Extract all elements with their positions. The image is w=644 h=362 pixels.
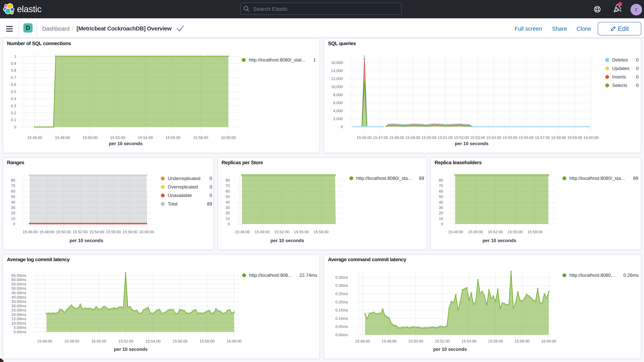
svg-text:15:58:00: 15:58:00	[200, 339, 214, 343]
svg-text:60.00ms: 60.00ms	[12, 278, 26, 282]
svg-text:0.30ms: 0.30ms	[335, 283, 348, 288]
svg-text:0.4: 0.4	[11, 96, 16, 101]
svg-text:15:56:00: 15:56:00	[166, 136, 180, 140]
svg-text:1: 1	[14, 54, 16, 58]
svg-text:per 10 seconds: per 10 seconds	[455, 141, 488, 146]
svg-text:80: 80	[226, 178, 230, 182]
svg-text:Unavailable: Unavailable	[168, 193, 192, 198]
svg-text:15:58:00: 15:58:00	[314, 230, 328, 234]
svg-text:15:59:00: 15:59:00	[567, 136, 582, 140]
svg-text:22.74ms: 22.74ms	[300, 272, 317, 278]
svg-text:Total: Total	[168, 201, 178, 206]
svg-text:40: 40	[226, 200, 230, 204]
svg-text:15:49:00: 15:49:00	[468, 230, 483, 234]
svg-text:30.00ms: 30.00ms	[12, 304, 26, 308]
svg-text:16:00:00: 16:00:00	[226, 339, 242, 343]
svg-text:15:58:00: 15:58:00	[528, 230, 542, 234]
svg-text:15:52:00: 15:52:00	[435, 339, 450, 343]
svg-text:0: 0	[636, 83, 638, 88]
svg-text:1: 1	[313, 57, 316, 62]
svg-text:0: 0	[441, 222, 443, 226]
svg-text:80: 80	[11, 178, 15, 182]
svg-text:15:47:00: 15:47:00	[373, 136, 388, 140]
svg-text:89: 89	[633, 176, 638, 181]
svg-text:6,000: 6,000	[333, 100, 343, 105]
svg-text:20.00ms: 20.00ms	[12, 312, 26, 317]
svg-text:15:57:00: 15:57:00	[535, 136, 550, 140]
svg-text:50.00ms: 50.00ms	[12, 286, 26, 290]
svg-text:50: 50	[439, 194, 443, 199]
svg-text:10: 10	[439, 216, 443, 221]
svg-text:15:54:00: 15:54:00	[138, 136, 153, 140]
svg-text:15:55:00: 15:55:00	[294, 230, 309, 234]
svg-text:0.26ms: 0.26ms	[623, 272, 638, 278]
svg-text:http://localhost:8080...: http://localhost:8080...	[570, 272, 615, 278]
svg-text:10: 10	[226, 216, 230, 221]
svg-text:40: 40	[439, 200, 443, 204]
svg-text:0.05ms: 0.05ms	[335, 324, 348, 329]
svg-text:15:46:00: 15:46:00	[355, 339, 370, 343]
svg-text:0: 0	[636, 66, 638, 71]
svg-text:70: 70	[11, 184, 15, 188]
svg-text:10,000: 10,000	[331, 84, 343, 89]
svg-text:0.6: 0.6	[11, 82, 16, 87]
svg-text:Inserts: Inserts	[612, 74, 626, 80]
svg-text:60: 60	[226, 189, 230, 193]
svg-text:15:48:00: 15:48:00	[55, 136, 70, 140]
svg-text:15:52:00: 15:52:00	[274, 230, 289, 234]
svg-text:15:55:00: 15:55:00	[508, 230, 523, 234]
svg-text:15:48:00: 15:48:00	[64, 339, 79, 343]
svg-text:15:46:00: 15:46:00	[357, 136, 372, 140]
svg-text:16,000: 16,000	[331, 60, 343, 65]
svg-text:0.8: 0.8	[11, 68, 16, 72]
svg-text:15:56:00: 15:56:00	[488, 339, 503, 343]
svg-text:60: 60	[439, 189, 443, 193]
svg-text:0: 0	[228, 222, 230, 226]
svg-text:60: 60	[11, 189, 15, 193]
svg-text:35.00ms: 35.00ms	[12, 299, 26, 304]
svg-text:15:52:00: 15:52:00	[118, 339, 134, 343]
svg-text:15.00ms: 15.00ms	[12, 317, 26, 321]
svg-text:Overreplicated: Overreplicated	[168, 184, 198, 190]
svg-text:15:50:00: 15:50:00	[422, 136, 436, 140]
svg-text:20: 20	[11, 211, 15, 215]
svg-text:http://localhost:808...: http://localhost:808...	[249, 272, 292, 278]
svg-text:10.00ms: 10.00ms	[12, 321, 26, 326]
svg-text:per 10 seconds: per 10 seconds	[482, 238, 516, 243]
svg-text:15:46:00: 15:46:00	[23, 230, 38, 234]
svg-text:8,000: 8,000	[333, 93, 343, 97]
svg-text:15:46:00: 15:46:00	[37, 339, 52, 343]
svg-text:0.1: 0.1	[11, 118, 16, 122]
svg-text:Deletes: Deletes	[612, 57, 628, 62]
svg-text:30: 30	[439, 206, 443, 210]
svg-text:15:48:00: 15:48:00	[389, 136, 404, 140]
svg-text:15:54:00: 15:54:00	[462, 339, 476, 343]
svg-text:40: 40	[11, 200, 15, 204]
svg-text:15:56:00: 15:56:00	[519, 136, 534, 140]
svg-text:2,000: 2,000	[333, 116, 343, 121]
svg-text:15:54:00: 15:54:00	[146, 339, 160, 343]
svg-text:89: 89	[207, 201, 212, 206]
svg-text:50: 50	[11, 194, 15, 199]
svg-text:0: 0	[210, 193, 212, 198]
svg-text:15:46:00: 15:46:00	[27, 136, 42, 140]
svg-text:0: 0	[14, 125, 16, 129]
svg-text:per 10 seconds: per 10 seconds	[270, 238, 304, 243]
svg-text:40.00ms: 40.00ms	[12, 295, 26, 299]
svg-text:15:52:00: 15:52:00	[110, 136, 125, 140]
svg-text:10: 10	[11, 216, 15, 221]
svg-text:15:49:00: 15:49:00	[254, 230, 270, 234]
svg-text:Underreplicated: Underreplicated	[168, 176, 200, 181]
svg-text:55.00ms: 55.00ms	[12, 282, 26, 286]
svg-text:50: 50	[226, 194, 230, 199]
svg-text:45.00ms: 45.00ms	[12, 291, 26, 295]
svg-text:15:58:00: 15:58:00	[514, 339, 530, 343]
svg-text:0.25ms: 0.25ms	[335, 292, 348, 296]
svg-text:65.00ms: 65.00ms	[12, 273, 26, 278]
svg-text:15:48:00: 15:48:00	[382, 339, 396, 343]
svg-text:http://localhost:8080/_sta...: http://localhost:8080/_sta...	[570, 176, 625, 181]
svg-text:http://localhost:8080/_stat...: http://localhost:8080/_stat...	[249, 57, 306, 62]
svg-text:15:50:00: 15:50:00	[408, 339, 423, 343]
svg-text:0: 0	[13, 222, 15, 226]
svg-text:15:49:00: 15:49:00	[405, 136, 420, 140]
